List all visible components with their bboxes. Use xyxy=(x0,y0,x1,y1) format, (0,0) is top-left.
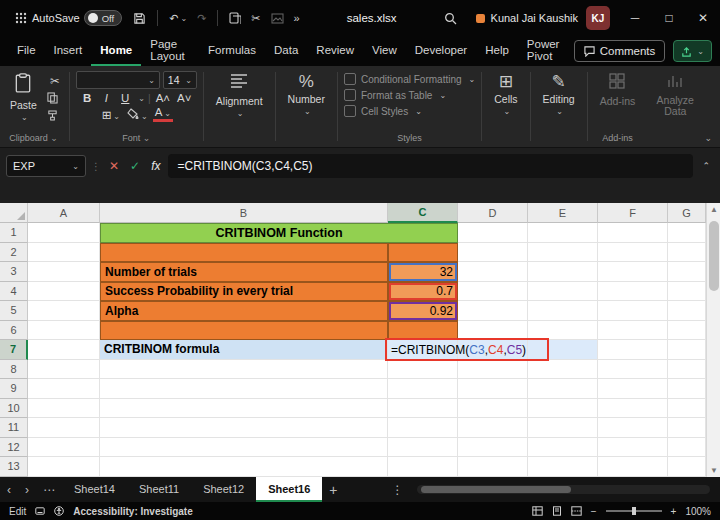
zoom-level[interactable]: 100% xyxy=(685,506,711,517)
redo-icon[interactable]: ↷ xyxy=(197,12,206,25)
scrollbar-thumb[interactable] xyxy=(421,486,571,493)
cell[interactable] xyxy=(458,438,528,458)
borders-icon[interactable]: ⊞⌄ xyxy=(100,108,122,122)
row-header[interactable]: 3 xyxy=(0,262,28,282)
cell[interactable] xyxy=(100,243,388,263)
avatar[interactable]: KJ xyxy=(586,6,610,30)
cell[interactable] xyxy=(100,418,388,438)
cell[interactable] xyxy=(28,438,100,458)
tab-help[interactable]: Help xyxy=(476,36,518,66)
cell-value-alpha[interactable]: 0.92 xyxy=(388,301,458,321)
name-box[interactable]: EXP ⌄ xyxy=(6,155,86,177)
collapse-ribbon-icon[interactable]: ⌄ xyxy=(704,133,712,143)
user-name[interactable]: Kunal Jai Kaushik xyxy=(491,12,578,24)
clipboard-group-label[interactable]: Clipboard ⌄ xyxy=(9,131,58,146)
row-header[interactable]: 13 xyxy=(0,457,28,477)
bold-button[interactable]: B xyxy=(79,92,95,104)
scroll-up-icon[interactable]: ▲ xyxy=(707,205,720,214)
cell[interactable] xyxy=(668,360,706,380)
tab-view[interactable]: View xyxy=(363,36,406,66)
cell-label-probability[interactable]: Success Probability in every trial xyxy=(100,282,388,302)
copy-document-icon[interactable] xyxy=(229,12,241,25)
cell[interactable] xyxy=(100,399,388,419)
cell[interactable] xyxy=(598,438,668,458)
tab-formulas[interactable]: Formulas xyxy=(199,36,265,66)
cell[interactable] xyxy=(28,379,100,399)
row-header[interactable]: 7 xyxy=(0,340,28,360)
cell[interactable] xyxy=(458,243,528,263)
cell[interactable] xyxy=(528,438,598,458)
sheet-nav-left-icon[interactable]: ‹ xyxy=(0,483,18,497)
cell[interactable] xyxy=(528,379,598,399)
styles-group-label[interactable]: Styles xyxy=(397,131,422,146)
cell-label-alpha[interactable]: Alpha xyxy=(100,301,388,321)
copy-icon[interactable] xyxy=(47,92,63,106)
cell[interactable] xyxy=(388,418,458,438)
zoom-slider-thumb[interactable] xyxy=(632,507,636,515)
column-header-e[interactable]: E xyxy=(528,203,598,223)
cell[interactable] xyxy=(100,438,388,458)
sheet-tab-sheet14[interactable]: Sheet14 xyxy=(62,477,127,502)
cell[interactable] xyxy=(388,399,458,419)
column-header-g[interactable]: G xyxy=(668,203,706,223)
cell[interactable] xyxy=(388,360,458,380)
select-all-corner[interactable] xyxy=(0,203,28,223)
page-break-view-icon[interactable] xyxy=(571,506,582,516)
tab-power-pivot[interactable]: Power Pivot xyxy=(518,36,574,66)
cell[interactable] xyxy=(668,418,706,438)
cell[interactable] xyxy=(668,262,706,282)
cell-value-probability[interactable]: 0.7 xyxy=(388,282,458,302)
cell[interactable] xyxy=(598,223,668,243)
zoom-out-icon[interactable]: − xyxy=(591,506,597,517)
font-group-label[interactable]: Font ⌄ xyxy=(122,131,150,146)
cell[interactable] xyxy=(528,301,598,321)
cell[interactable] xyxy=(100,379,388,399)
cell[interactable] xyxy=(458,301,528,321)
row-header[interactable]: 12 xyxy=(0,438,28,458)
row-header[interactable]: 9 xyxy=(0,379,28,399)
tab-developer[interactable]: Developer xyxy=(406,36,476,66)
tab-page-layout[interactable]: Page Layout xyxy=(141,36,199,66)
row-header[interactable]: 8 xyxy=(0,360,28,380)
cancel-icon[interactable]: ✕ xyxy=(106,159,122,173)
analyze-data-button[interactable]: Analyze Data xyxy=(649,71,701,119)
cell[interactable] xyxy=(100,360,388,380)
cell[interactable] xyxy=(28,399,100,419)
enter-icon[interactable]: ✓ xyxy=(127,159,143,173)
cell[interactable] xyxy=(668,321,706,341)
cell[interactable] xyxy=(598,418,668,438)
expand-formula-bar-icon[interactable]: ⌃ xyxy=(698,161,714,171)
row-header[interactable]: 10 xyxy=(0,399,28,419)
tab-review[interactable]: Review xyxy=(307,36,363,66)
italic-button[interactable]: I xyxy=(98,92,114,104)
underline-button[interactable]: U xyxy=(117,92,133,104)
cell[interactable] xyxy=(598,243,668,263)
cell[interactable] xyxy=(528,418,598,438)
add-sheet-button[interactable]: + xyxy=(322,482,344,498)
cell[interactable] xyxy=(598,321,668,341)
cell[interactable] xyxy=(458,282,528,302)
font-size-select[interactable]: 14⌄ xyxy=(163,71,197,89)
cell[interactable] xyxy=(28,223,100,243)
comments-button[interactable]: Comments xyxy=(574,40,666,62)
resize-handle-icon[interactable]: ⋮ xyxy=(91,161,101,172)
cell[interactable] xyxy=(528,243,598,263)
cell[interactable] xyxy=(100,457,388,477)
cell[interactable] xyxy=(668,301,706,321)
cell[interactable] xyxy=(528,457,598,477)
cell-formula-label[interactable]: CRITBINOM formula xyxy=(100,340,388,360)
picture-icon[interactable] xyxy=(271,13,284,24)
scrollbar-thumb[interactable] xyxy=(709,221,719,291)
column-header-d[interactable]: D xyxy=(458,203,528,223)
undo-icon[interactable]: ↶⌄ xyxy=(169,12,187,25)
cell[interactable] xyxy=(458,379,528,399)
page-layout-view-icon[interactable] xyxy=(552,506,562,516)
cell[interactable] xyxy=(598,262,668,282)
cell[interactable] xyxy=(668,340,706,360)
cell[interactable] xyxy=(598,457,668,477)
row-header[interactable]: 6 xyxy=(0,321,28,341)
horizontal-scrollbar[interactable] xyxy=(417,485,710,494)
maximize-button[interactable]: □ xyxy=(652,0,686,36)
row-header[interactable]: 4 xyxy=(0,282,28,302)
sheet-tab-sheet11[interactable]: Sheet11 xyxy=(127,477,191,502)
